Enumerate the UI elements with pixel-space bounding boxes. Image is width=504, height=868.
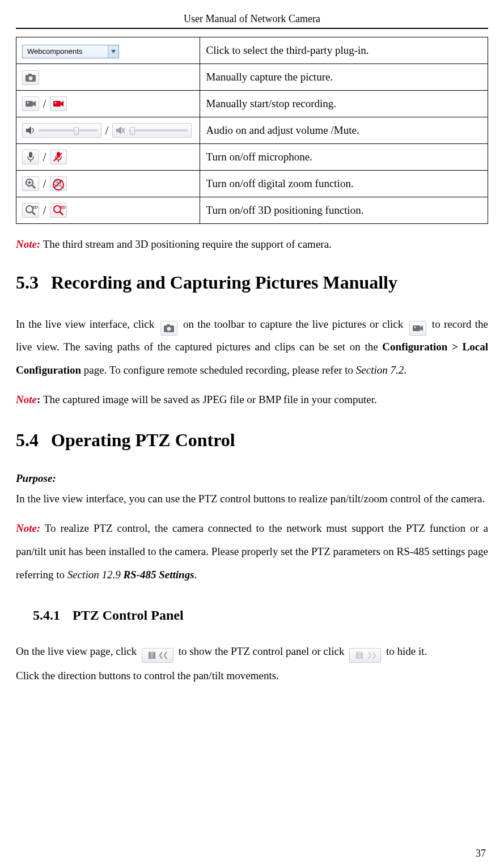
- 3d-positioning-off-icon: 3D: [50, 203, 67, 218]
- record-stop-icon: [50, 96, 67, 111]
- ptz-show-icon: [142, 648, 173, 663]
- svg-point-6: [55, 102, 57, 104]
- table-row: / Turn on/off digital zoom function.: [16, 171, 488, 197]
- table-desc: Turn on/off digital zoom function.: [200, 171, 488, 197]
- svg-point-32: [358, 651, 361, 655]
- audio-on-icon: [22, 123, 101, 138]
- note-paragraph: Note: The third stream and 3D positionin…: [16, 236, 488, 253]
- svg-rect-1: [28, 74, 32, 75]
- record-start-icon: [409, 321, 426, 336]
- svg-rect-28: [413, 325, 420, 331]
- table-desc: Manually capture the picture.: [200, 64, 488, 91]
- svg-line-18: [60, 185, 63, 188]
- svg-rect-3: [26, 101, 33, 107]
- separator-slash: /: [43, 204, 46, 217]
- separator-slash: /: [43, 98, 46, 110]
- table-row: Webcomponents Click to select the third-…: [16, 37, 488, 64]
- svg-line-14: [32, 185, 35, 188]
- mic-on-icon: [22, 150, 39, 164]
- section-5-4-note: Note: To realize PTZ control, the camera…: [16, 517, 488, 587]
- chevron-down-icon: [108, 45, 118, 58]
- table-desc: Click to select the third-party plug-in.: [200, 37, 488, 64]
- section-5-4-1-body2: Click the direction buttons to control t…: [16, 667, 488, 684]
- separator-slash: /: [105, 124, 109, 137]
- svg-rect-11: [57, 152, 60, 158]
- svg-point-30: [150, 651, 154, 655]
- svg-line-22: [32, 212, 35, 215]
- record-start-icon: [22, 96, 39, 111]
- table-desc: Turn on/off 3D positioning function.: [200, 197, 488, 224]
- svg-line-24: [60, 212, 63, 215]
- table-row: 3D / 3D Turn on/off 3D positioning funct…: [16, 197, 488, 224]
- section-5-3-note: Note: The captured image will be saved a…: [16, 388, 488, 412]
- section-5-4-1-heading: 5.4.1PTZ Control Panel: [33, 605, 488, 625]
- section-5-4-heading: 5.4Operating PTZ Control: [16, 426, 488, 454]
- section-5-4-1-body: On the live view page, click to show the…: [16, 640, 488, 663]
- table-row: Manually capture the picture.: [16, 64, 488, 91]
- plugin-select[interactable]: Webcomponents: [22, 45, 119, 58]
- 3d-positioning-on-icon: 3D: [22, 203, 39, 218]
- section-5-3-heading: 5.3Recording and Capturing Pictures Manu…: [16, 269, 488, 296]
- camera-capture-icon: [160, 321, 177, 336]
- icon-description-table: Webcomponents Click to select the third-…: [16, 37, 488, 224]
- svg-point-29: [414, 327, 416, 328]
- purpose-label: Purpose:: [16, 471, 488, 487]
- ptz-hide-icon: [349, 648, 381, 663]
- table-row: / Audio on and adjust volume /Mute.: [16, 117, 488, 144]
- table-desc: Turn on/off microphone.: [200, 144, 488, 171]
- zoom-off-icon: [50, 176, 67, 191]
- camera-capture-icon: [22, 70, 39, 85]
- section-5-3-body: In the live view interface, click on the…: [16, 313, 488, 383]
- svg-point-17: [54, 179, 61, 186]
- table-row: / Turn on/off microphone.: [16, 144, 488, 171]
- note-label: Note:: [16, 238, 40, 250]
- separator-slash: /: [43, 151, 46, 163]
- svg-rect-31: [151, 655, 153, 658]
- table-desc: Manually start/stop recording.: [200, 91, 488, 117]
- mic-off-icon: [50, 150, 67, 164]
- svg-point-4: [27, 102, 29, 104]
- 3d-label: 3D: [60, 204, 66, 211]
- table-desc: Audio on and adjust volume /Mute.: [200, 117, 488, 144]
- svg-rect-9: [29, 152, 32, 158]
- plugin-select-label: Webcomponents: [27, 46, 82, 57]
- svg-rect-5: [53, 101, 61, 107]
- audio-mute-icon: [112, 123, 192, 138]
- 3d-label: 3D: [32, 204, 38, 211]
- table-row: / Manually start/stop recording.: [16, 91, 488, 117]
- section-5-4-body: In the live view interface, you can use …: [16, 488, 488, 511]
- separator-slash: /: [43, 177, 46, 190]
- svg-rect-33: [358, 655, 361, 658]
- svg-rect-26: [167, 324, 170, 326]
- svg-point-27: [167, 327, 171, 331]
- page-header: User Manual of Network Camera: [16, 11, 488, 29]
- zoom-on-icon: [22, 176, 39, 191]
- svg-point-2: [29, 77, 33, 81]
- page-number: 37: [476, 846, 486, 861]
